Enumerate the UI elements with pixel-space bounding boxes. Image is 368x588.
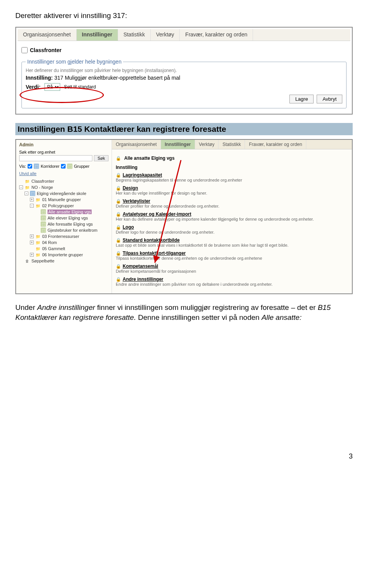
lock-icon: 🔒 [116,212,121,216]
settings-item[interactable]: 🔒Standard kontaktkortbildeLast opp et bi… [116,237,348,247]
settings-item-title: Kompetansemål [123,264,158,269]
folder-icon: 📁 [35,234,41,239]
tab-organisasjonsenhet[interactable]: Organisasjonsenhet [112,140,161,149]
tree-item[interactable]: +📁06 Importerte grupper [19,252,108,258]
settings-item[interactable]: 🔒DesignHer kan du velge innstillinger fo… [116,185,348,195]
lock-icon: 🔒 [116,277,121,282]
expand-toggle[interactable]: + [30,241,34,244]
expand-toggle[interactable]: - [25,192,28,195]
intro-text: Deretter aktiverer vi innstilling 317: [15,11,353,20]
settings-item-desc: Last opp et bilde som skal vises i konta… [116,243,348,247]
expand-toggle[interactable]: + [30,253,34,257]
tree-item[interactable]: 📁05 Gammelt [19,246,108,252]
tab-innstillinger[interactable]: Innstillinger [77,29,118,41]
settings-item[interactable]: 🔒KompetansemålDefiner kompetansemål for … [116,264,348,274]
tree-label: Søppelbøtte [31,259,54,263]
cancel-button[interactable]: Avbryt [317,95,342,103]
settings-item-desc: Begrens lagringskapasiteten til denne og… [116,178,348,182]
folder-icon: 📁 [35,203,41,208]
tabbar-2: OrganisasjonsenhetInnstillingerVerktøySt… [112,140,352,149]
settings-item[interactable]: 🔒Andre innstillingerEndre andre innstill… [116,277,348,287]
korridorer-checkbox[interactable] [28,164,32,169]
grupper-checkbox[interactable] [61,164,66,169]
korridor-icon: ⬚ [34,164,39,169]
setting-line: Innstilling: 317 Muliggjør enkeltbruker-… [26,75,342,81]
lock-icon: 🔒 [116,238,121,242]
search-label: Søk etter org.enhet [19,150,108,154]
innstilling-header: Innstilling [116,165,348,170]
settings-item-title: Lagringskapasitet [123,172,162,178]
settings-fieldset: Innstillinger som gjelder hele bygningen… [21,59,347,108]
expand-all-link[interactable]: Utvid alle [19,171,36,176]
tree-label: 01 Manuelle grupper [42,197,81,202]
tree-item[interactable]: +📁03 Fronterressurser [19,233,108,239]
tree-item[interactable]: +📁04 Rom [19,239,108,246]
tree-item[interactable]: 🗑Søppelbøtte [19,258,108,264]
search-input[interactable] [19,155,92,161]
search-button[interactable]: Søk [94,155,108,161]
main-panel: OrganisasjonsenhetInnstillingerVerktøySt… [112,140,352,293]
tree-label: 05 Gammelt [42,246,65,251]
folder-icon: 📁 [25,179,30,184]
tab-verkt-y[interactable]: Verktøy [151,29,180,41]
tab-statistikk[interactable]: Statistikk [219,140,245,149]
classfronter-checkbox[interactable] [21,47,28,53]
tree-label: Alle foresatte Elging vgs [48,222,93,226]
folder-icon: 📁 [25,185,30,190]
tabbar-1: OrganisasjonsenhetInnstillingerStatistik… [18,29,350,41]
expand-toggle[interactable]: + [30,198,34,201]
tree-item[interactable]: -📁NO - Norge [19,184,108,190]
lock-icon: 🔒 [116,264,121,269]
tab-frav-r-karakter-og-orden[interactable]: Fravær, karakter og orden [245,140,306,149]
settings-item[interactable]: 🔒LagringskapasitetBegrens lagringskapasi… [116,172,348,182]
tree-label: Alle ansatte Elging vgs [48,210,92,214]
admin-sidebar: Admin Søk etter org.enhet Søk Vis: ⬚ Kor… [16,140,112,293]
settings-item-desc: Definer profiler for denne og underordne… [116,204,348,208]
settings-item-desc: Tilpass kontaktkortet for denne org.enhe… [116,256,348,260]
tree-item[interactable]: -📁02 Policygrupper [19,203,108,209]
gruppe-icon: ⬚ [41,228,46,233]
settings-item-desc: Her kan du velge innstillinger for desig… [116,191,348,195]
settings-item-desc: Definer logo for denne og underordnede o… [116,230,348,234]
screenshot-1: OrganisasjonsenhetInnstillingerStatistik… [15,27,353,115]
expand-toggle[interactable]: + [30,234,34,238]
settings-item-desc: Her kan du definere avtaletyper og impor… [116,217,348,221]
expand-toggle[interactable]: - [19,185,23,189]
tree-item[interactable]: 📁Classfronter [19,178,108,184]
lock-icon: 🔒 [116,251,121,256]
fieldset-legend: Innstillinger som gjelder hele bygningen [26,59,123,65]
vis-label: Vis: [19,164,26,169]
verdi-select[interactable]: På [44,83,60,91]
settings-item[interactable]: 🔒LogoDefiner logo for denne og underordn… [116,224,348,234]
folder-icon: 📁 [35,246,41,251]
trash-icon: 🗑 [25,258,30,264]
section-heading: Innstillingen B15 Kontaktlærer kan regis… [15,123,353,135]
tree-label: Alle elever Elging vgs [48,216,88,220]
tree-item[interactable]: +📁01 Manuelle grupper [19,197,108,203]
lock-icon: 🔒 [116,156,121,161]
reset-link[interactable]: Sett til standard [64,84,96,90]
expand-toggle[interactable]: - [30,204,34,208]
body-paragraph: Under Andre innstillinger finner vi inns… [15,303,353,322]
settings-item-desc: Definer kompetansemål for organisasjonen [116,269,348,274]
tab-organisasjonsenhet[interactable]: Organisasjonsenhet [18,29,77,41]
tree-item[interactable]: ⬚Alle ansatte Elging vgs [19,209,108,215]
settings-item[interactable]: 🔒VerktøylisterDefiner profiler for denne… [116,198,348,208]
tree-item[interactable]: ⬚Alle foresatte Elging vgs [19,221,108,227]
group-title: Alle ansatte Elging vgs [124,156,174,161]
save-button[interactable]: Lagre [289,95,314,103]
grupper-label: Grupper [74,164,89,169]
tree-label: Elging videregående skole [37,191,86,196]
tree-item[interactable]: ⬚Gjestebruker for enkeltrom [19,227,108,233]
page-number: 3 [15,452,353,460]
tab-innstillinger[interactable]: Innstillinger [161,140,195,149]
gruppe-icon: ⬚ [41,221,46,227]
tab-verkt-y[interactable]: Verktøy [195,140,219,149]
settings-item[interactable]: 🔒Tilpass kontaktkort-tilgangerTilpass ko… [116,251,348,260]
settings-item[interactable]: 🔒Avtaletyper og Kalender-importHer kan d… [116,211,348,221]
tree-item[interactable]: -⬚Elging videregående skole [19,190,108,197]
korridor-icon: ⬚ [30,191,35,196]
tab-statistikk[interactable]: Statistikk [118,29,151,41]
tab-frav-r-karakter-og-orden[interactable]: Fravær, karakter og orden [180,29,253,41]
tree-item[interactable]: ⬚Alle elever Elging vgs [19,215,108,221]
